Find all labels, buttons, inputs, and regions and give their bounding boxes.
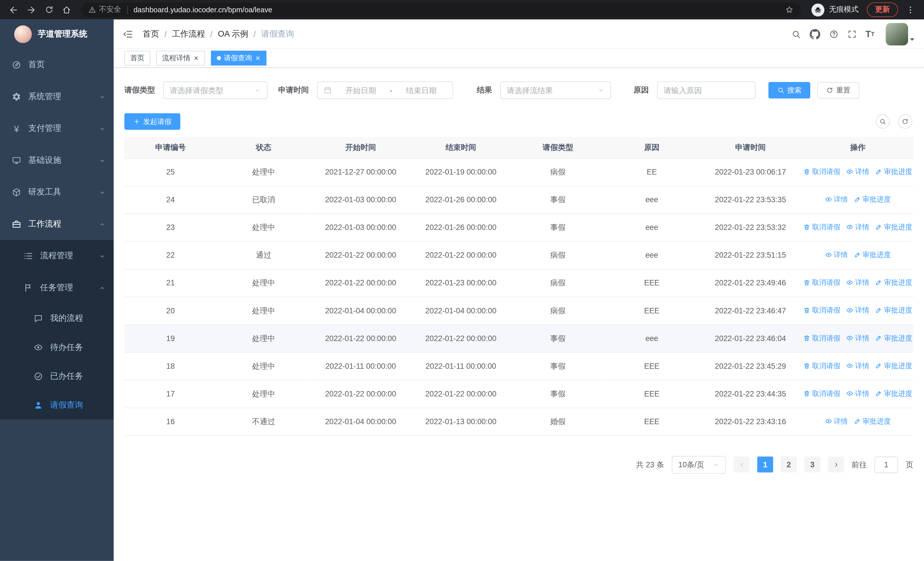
sidebar-item-todo-tasks[interactable]: 待办任务	[0, 333, 114, 362]
pen-icon	[875, 168, 882, 175]
leave-type-input[interactable]	[170, 86, 250, 95]
cell-end-time: 2022-01-13 00:00:00	[411, 408, 511, 435]
leave-type-select[interactable]	[163, 81, 268, 99]
sidebar-collapse-button[interactable]	[123, 29, 133, 39]
browser-menu-button[interactable]	[903, 2, 918, 17]
sidebar-item-home[interactable]: 首页	[0, 49, 114, 81]
cell-operations: 取消请假 详情 审批进度	[802, 186, 914, 214]
approval-progress-link[interactable]: 审批进度	[854, 250, 891, 260]
result-select[interactable]	[500, 81, 611, 99]
browser-forward-button[interactable]	[24, 2, 39, 17]
address-bar[interactable]: 不安全 dashboard.yudao.iocoder.cn/bpm/oa/le…	[81, 3, 801, 17]
github-link[interactable]	[810, 29, 820, 39]
search-button[interactable]: 搜索	[768, 82, 810, 99]
prev-page-button[interactable]	[734, 456, 750, 472]
cancel-leave-link[interactable]: 取消请假	[803, 388, 840, 399]
fullscreen-button[interactable]	[847, 29, 856, 39]
breadcrumb-oa-example[interactable]: OA 示例	[218, 29, 248, 39]
cell-reason: eee	[605, 241, 699, 269]
approval-progress-link[interactable]: 审批进度	[875, 333, 912, 343]
result-label: 结果	[477, 85, 492, 95]
trash-icon	[803, 362, 810, 369]
close-tab-icon[interactable]: ×	[255, 54, 261, 62]
approval-progress-link[interactable]: 审批进度	[875, 222, 912, 232]
apply-time-range-picker[interactable]: -	[317, 81, 453, 99]
header-search-button[interactable]	[791, 29, 801, 39]
eye-icon	[846, 224, 854, 231]
reset-button[interactable]: 重置	[817, 82, 859, 99]
approval-progress-link[interactable]: 审批进度	[875, 388, 912, 399]
help-button[interactable]	[829, 29, 838, 39]
sidebar-item-process-management[interactable]: 流程管理	[0, 240, 114, 272]
cell-leave-type: 事假	[511, 214, 605, 241]
tab-leave-query[interactable]: 请假查询 ×	[211, 51, 266, 66]
app-logo[interactable]: 芋道管理系统	[0, 20, 114, 49]
detail-link[interactable]: 详情	[825, 250, 848, 260]
browser-back-button[interactable]	[6, 2, 21, 17]
result-input[interactable]	[507, 86, 594, 95]
end-date-input[interactable]	[396, 86, 447, 95]
detail-link[interactable]: 详情	[825, 416, 848, 426]
sidebar-item-leave-query[interactable]: 请假查询	[0, 391, 114, 419]
browser-home-button[interactable]	[59, 2, 75, 17]
breadcrumb-home[interactable]: 首页	[142, 29, 159, 39]
reason-input-wrap[interactable]	[657, 81, 756, 99]
reason-input[interactable]	[663, 86, 749, 95]
close-tab-icon[interactable]: ×	[193, 54, 199, 62]
sidebar-item-my-process[interactable]: 我的流程	[0, 304, 114, 333]
sidebar-item-task-management[interactable]: 任务管理	[0, 272, 114, 304]
cube-icon	[12, 188, 21, 197]
approval-progress-link[interactable]: 审批进度	[875, 361, 912, 371]
cell-id: 19	[124, 325, 217, 352]
goto-page-input[interactable]	[874, 456, 898, 473]
create-leave-button[interactable]: 发起请假	[124, 113, 180, 130]
sidebar-item-done-tasks[interactable]: 已办任务	[0, 362, 114, 391]
detail-link[interactable]: 详情	[846, 333, 870, 343]
user-menu[interactable]	[886, 23, 915, 45]
detail-link[interactable]: 详情	[846, 305, 870, 315]
detail-link[interactable]: 详情	[846, 167, 870, 177]
sidebar-item-infrastructure[interactable]: 基础设施	[0, 144, 114, 176]
browser-reload-button[interactable]	[41, 2, 57, 17]
cancel-leave-link[interactable]: 取消请假	[803, 222, 840, 232]
security-status[interactable]: 不安全	[88, 5, 121, 15]
cell-reason: EE	[605, 158, 699, 186]
sidebar-item-devtools[interactable]: 研发工具	[0, 176, 114, 208]
refresh-table-button[interactable]	[898, 114, 912, 129]
page-3-button[interactable]: 3	[804, 456, 820, 472]
cell-id: 18	[124, 352, 217, 380]
breadcrumb-workflow[interactable]: 工作流程	[172, 29, 205, 39]
page-1-button[interactable]: 1	[758, 456, 773, 472]
approval-progress-link[interactable]: 审批进度	[854, 194, 891, 205]
cancel-leave-link[interactable]: 取消请假	[803, 305, 840, 315]
approval-progress-link[interactable]: 审批进度	[854, 416, 891, 426]
tab-home[interactable]: 首页	[124, 51, 150, 66]
browser-update-button[interactable]: 更新	[867, 2, 898, 17]
sidebar-item-payment[interactable]: ¥ 支付管理	[0, 113, 114, 144]
approval-progress-link[interactable]: 审批进度	[875, 305, 912, 315]
bookmark-star-icon[interactable]	[785, 5, 794, 14]
pen-icon	[854, 251, 861, 259]
start-date-input[interactable]	[335, 86, 386, 95]
page-size-select[interactable]: 10条/页	[672, 456, 726, 473]
detail-link[interactable]: 详情	[846, 388, 870, 399]
user-avatar[interactable]	[886, 23, 908, 45]
cancel-leave-link[interactable]: 取消请假	[803, 278, 840, 288]
detail-link[interactable]: 详情	[846, 361, 870, 371]
cancel-leave-link[interactable]: 取消请假	[803, 333, 840, 343]
sidebar-item-workflow[interactable]: 工作流程	[0, 208, 114, 240]
detail-link[interactable]: 详情	[825, 194, 848, 205]
detail-link[interactable]: 详情	[846, 278, 870, 288]
page-2-button[interactable]: 2	[781, 456, 797, 472]
approval-progress-link[interactable]: 审批进度	[875, 167, 912, 177]
toggle-search-button[interactable]	[876, 114, 890, 129]
detail-link[interactable]: 详情	[846, 222, 870, 232]
sidebar-item-system[interactable]: 系统管理	[0, 81, 114, 113]
cancel-leave-link[interactable]: 取消请假	[803, 167, 840, 177]
cell-start-time: 2022-01-22 00:00:00	[310, 241, 411, 269]
approval-progress-link[interactable]: 审批进度	[875, 278, 912, 288]
next-page-button[interactable]	[828, 456, 844, 472]
cancel-leave-link[interactable]: 取消请假	[803, 361, 840, 371]
font-size-button[interactable]: TT	[866, 29, 874, 39]
tab-process-detail[interactable]: 流程详情 ×	[156, 51, 205, 66]
